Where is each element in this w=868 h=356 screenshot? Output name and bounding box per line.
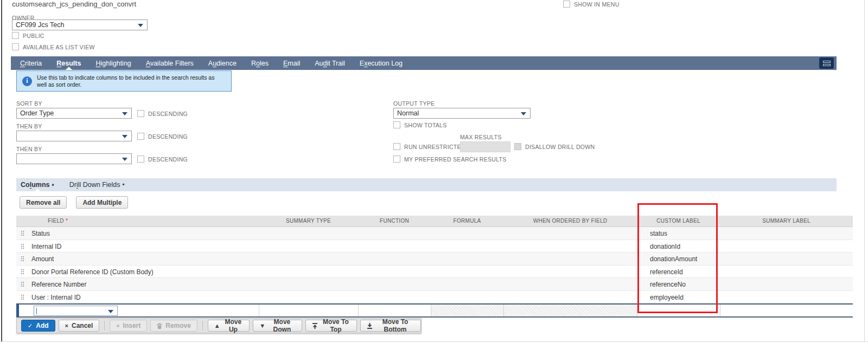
header-function: FUNCTION <box>358 218 431 224</box>
drag-handle-icon[interactable] <box>21 281 24 287</box>
custom-label-cell: status <box>650 230 667 237</box>
tab-label: Au <box>315 60 323 67</box>
custom-label-cell: employeeId <box>650 294 684 301</box>
public-checkbox[interactable] <box>12 32 19 39</box>
tab-audit-trail[interactable]: Audit Trail <box>315 56 345 70</box>
move-down-button[interactable]: ▼Move Down <box>253 320 302 332</box>
insert-button[interactable]: +Insert <box>110 320 147 332</box>
remove-button[interactable]: Remove <box>150 320 197 332</box>
drag-handle-icon[interactable] <box>21 294 24 300</box>
table-row[interactable]: Donor Portal Reference ID (Custom Body) … <box>16 266 853 279</box>
cell-divider <box>358 305 359 316</box>
table-row[interactable]: Status status <box>16 227 853 240</box>
cell-divider <box>637 305 637 316</box>
sort-by-value: Order Type <box>20 109 54 117</box>
then-by-1-label: THEN BY <box>16 123 42 130</box>
new-field-select[interactable] <box>34 306 118 316</box>
output-type-select[interactable]: Normal <box>393 108 531 119</box>
layout-toggle-button[interactable] <box>819 57 834 69</box>
toolbar-divider <box>104 321 105 331</box>
table-row[interactable]: Reference Number referenceNo <box>16 278 853 291</box>
available-as-list-view-checkbox[interactable] <box>12 43 19 50</box>
header-when-ordered-by-field: WHEN ORDERED BY FIELD <box>503 218 637 224</box>
tab-results[interactable]: Results <box>56 56 81 70</box>
tab-execution-log[interactable]: Execution Log <box>360 56 403 70</box>
table-row[interactable]: Internal ID donationId <box>16 240 853 253</box>
stacked-rows-icon <box>823 61 831 63</box>
descending-2-checkbox[interactable] <box>137 133 144 140</box>
show-in-menu-checkbox[interactable] <box>563 1 570 8</box>
custom-label-cell: referenceNo <box>650 281 686 288</box>
cell-divider <box>720 305 720 316</box>
tab-label: it Trail <box>327 60 344 67</box>
disallow-drill-down-checkbox[interactable] <box>514 143 521 150</box>
field-cell: User : Internal ID <box>31 294 81 301</box>
text-cursor <box>36 308 37 314</box>
drag-handle-icon[interactable] <box>21 269 24 275</box>
subtab-drill-down-fields[interactable]: Drill Down Fields • <box>69 178 125 191</box>
tab-criteria[interactable]: Criteria <box>20 56 42 70</box>
subtab-bullet: • <box>52 181 54 189</box>
run-unrestricted-checkbox[interactable] <box>393 143 400 150</box>
tab-label: ecution Log <box>367 60 403 67</box>
move-to-bottom-button[interactable]: Move To Bottom <box>360 320 421 332</box>
tab-access-key: H <box>95 60 100 67</box>
descending-3-checkbox[interactable] <box>137 156 144 163</box>
max-results-input[interactable] <box>460 141 510 152</box>
drag-handle-icon[interactable] <box>21 243 24 249</box>
then-by-1-select[interactable] <box>16 131 132 141</box>
disallow-drill-down-label: DISALLOW DRILL DOWN <box>525 144 595 150</box>
subtab-label: ll Down Fields <box>78 181 120 189</box>
descending-1-label: DESCENDING <box>148 111 188 117</box>
tab-label: R <box>251 60 256 67</box>
window-left-border <box>1 0 2 341</box>
show-in-menu-checkbox-row: SHOW IN MENU <box>563 1 620 8</box>
remove-all-button[interactable]: Remove all <box>20 196 67 209</box>
tab-highlighting[interactable]: Highlighting <box>95 56 131 70</box>
remove-button-label: Remove <box>165 322 191 329</box>
tab-email[interactable]: Email <box>283 56 300 70</box>
descending-1-checkbox[interactable] <box>137 110 144 117</box>
add-button[interactable]: ✓Add <box>21 320 55 332</box>
move-to-top-button[interactable]: Move To Top <box>305 320 357 332</box>
header-summary-type: SUMMARY TYPE <box>259 218 358 224</box>
drag-handle-icon[interactable] <box>21 230 24 236</box>
table-top-buttons: Remove all Add Multiple <box>20 196 128 209</box>
add-multiple-button[interactable]: Add Multiple <box>76 196 128 209</box>
tab-available-filters[interactable]: Available Filters <box>146 56 194 70</box>
owner-select[interactable]: CF099 Jcs Tech <box>12 20 148 30</box>
subtab-label: Dr <box>69 181 76 189</box>
table-row[interactable]: Amount donationAmount <box>16 253 853 266</box>
required-asterisk: * <box>66 218 68 224</box>
tab-access-key: E <box>283 60 288 67</box>
show-totals-checkbox[interactable] <box>393 121 400 128</box>
stacked-rows-icon <box>823 64 831 66</box>
descending-1-row: DESCENDING <box>137 110 188 117</box>
public-label: PUBLIC <box>23 33 44 39</box>
field-cell: Internal ID <box>31 243 61 250</box>
then-by-2-select[interactable] <box>16 153 132 164</box>
drag-handle-icon[interactable] <box>21 256 24 262</box>
table-row[interactable]: User : Internal ID employeeId <box>16 291 853 304</box>
tab-label: mail <box>288 60 300 67</box>
tab-roles[interactable]: Roles <box>251 56 269 70</box>
my-preferred-search-results-checkbox[interactable] <box>393 156 400 163</box>
my-preferred-search-results-label: MY PREFERRED SEARCH RESULTS <box>404 156 507 163</box>
subtab-label: umns <box>31 181 49 189</box>
trash-icon <box>157 323 162 329</box>
subtab-columns[interactable]: Columns • <box>21 178 54 191</box>
cell-divider <box>259 305 259 316</box>
header-field: FIELD * <box>48 218 113 224</box>
move-up-button[interactable]: ▲Move Up <box>208 320 250 332</box>
field-cell: Donor Portal Reference ID (Custom Body) <box>31 268 154 276</box>
cancel-button[interactable]: ×Cancel <box>59 320 100 332</box>
tab-access-key: R <box>56 60 61 67</box>
tab-audience[interactable]: Audience <box>208 56 237 70</box>
add-button-label: Add <box>36 322 48 329</box>
toolbar-divider <box>202 321 203 331</box>
custom-label-cell: donationId <box>650 243 680 250</box>
sort-by-select[interactable]: Order Type <box>16 108 132 119</box>
custom-label-cell: donationAmount <box>650 255 697 263</box>
table-edit-row[interactable] <box>16 303 853 318</box>
chevron-down-icon <box>108 310 113 313</box>
